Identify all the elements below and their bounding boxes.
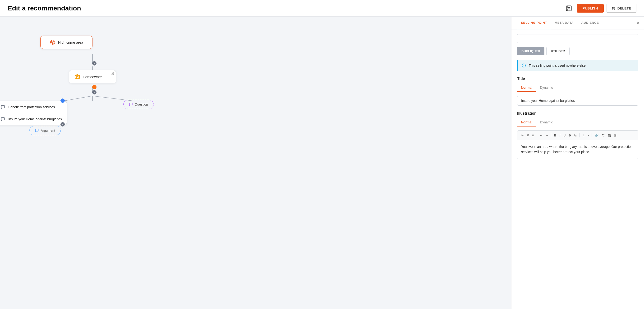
header-actions: PUBLISH DELETE: [564, 3, 636, 14]
save-button[interactable]: [564, 3, 574, 14]
toolbar-unordered-list[interactable]: •: [586, 132, 590, 138]
selling-point-dropdown[interactable]: [517, 34, 638, 43]
flow-connections: [0, 17, 511, 309]
svg-point-8: [50, 40, 55, 44]
illustration-section: Illustration Normal Dynamic ✂ ⧉ ⧇ ↩ ↪: [517, 111, 638, 159]
node-high-crime[interactable]: High crime area: [40, 36, 92, 49]
node-argument[interactable]: Argument: [30, 126, 61, 135]
info-message: This selling point is used nowhere else.: [529, 64, 586, 67]
info-icon: [522, 63, 526, 68]
argument-label: Argument: [41, 129, 55, 132]
main-layout: High crime area − Homeowner: [0, 17, 644, 309]
toolbar-strikethrough[interactable]: S: [567, 133, 572, 138]
svg-rect-11: [75, 76, 80, 79]
svg-point-9: [52, 41, 54, 44]
insure-label: Insure your Home against burglaries: [8, 117, 62, 121]
benefit-icon: [0, 104, 6, 110]
connector-minus-3[interactable]: −: [60, 122, 65, 127]
dropdown-row: [517, 34, 638, 43]
homeowner-label: Homeowner: [83, 75, 102, 79]
editor-toolbar: ✂ ⧉ ⧇ ↩ ↪ B I U S Tx: [517, 130, 638, 140]
svg-line-4: [64, 96, 92, 101]
homeowner-icon: [74, 74, 80, 80]
editor-text: You live in an area where the burglary r…: [521, 145, 632, 154]
connector-minus-1[interactable]: −: [92, 61, 96, 66]
toolbar-divider-4: [592, 133, 592, 137]
toolbar-group-list: 1. •: [581, 132, 590, 138]
connector-orange[interactable]: [92, 85, 96, 89]
node-question[interactable]: Question: [123, 100, 154, 109]
action-buttons: DUPLIQUER UTILISER: [517, 47, 638, 55]
target-icon: [50, 39, 56, 45]
benefit-item[interactable]: Benefit from protection services: [0, 101, 67, 113]
edit-icon: [111, 72, 114, 76]
node-homeowner[interactable]: Homeowner: [69, 70, 116, 83]
toolbar-undo[interactable]: ↩: [538, 133, 544, 138]
tab-audience[interactable]: AUDIENCE: [577, 17, 602, 29]
connector-blue[interactable]: [60, 99, 65, 103]
toolbar-cut[interactable]: ✂: [520, 133, 525, 138]
toolbar-ordered-list[interactable]: 1.: [581, 133, 586, 138]
toolbar-divider-3: [579, 133, 580, 137]
panel-body: DUPLIQUER UTILISER This selling point is…: [512, 30, 644, 309]
insure-item[interactable]: Insure your Home against burglaries: [0, 113, 67, 125]
toolbar-group-format: B I U S Tx: [553, 132, 578, 138]
toolbar-redo[interactable]: ↪: [544, 133, 550, 138]
toolbar-group-history: ↩ ↪: [538, 133, 550, 138]
connector-minus-2[interactable]: −: [92, 90, 96, 95]
svg-rect-0: [566, 6, 571, 11]
question-label: Question: [135, 103, 148, 106]
illustration-section-label: Illustration: [517, 111, 638, 116]
toolbar-unlink[interactable]: ⛓: [600, 133, 606, 138]
title-toggle-row: Normal Dynamic: [517, 84, 638, 92]
toolbar-underline[interactable]: U: [562, 133, 567, 138]
delete-button[interactable]: DELETE: [606, 4, 636, 13]
illustration-toggle-normal[interactable]: Normal: [517, 118, 536, 127]
toolbar-divider-2: [551, 133, 551, 137]
toolbar-group-clipboard: ✂ ⧉ ⧇: [520, 132, 536, 138]
toolbar-bold[interactable]: B: [553, 133, 558, 138]
toolbar-link[interactable]: 🔗: [593, 133, 600, 138]
title-section: Title Normal Dynamic: [517, 77, 638, 111]
page-title: Edit a recommendation: [8, 5, 81, 12]
info-banner: This selling point is used nowhere else.: [517, 60, 638, 71]
toolbar-table[interactable]: ⊞: [612, 133, 618, 138]
tab-meta-data[interactable]: META DATA: [551, 17, 577, 29]
toolbar-divider-1: [537, 133, 537, 137]
high-crime-label: High crime area: [58, 40, 83, 44]
right-panel: SELLING POINT META DATA AUDIENCE × DUPLI…: [511, 17, 644, 309]
header: Edit a recommendation PUBLISH DELETE: [0, 0, 644, 17]
insure-icon: [0, 116, 6, 122]
dupliquer-button[interactable]: DUPLIQUER: [517, 47, 544, 55]
panel-tabs: SELLING POINT META DATA AUDIENCE ×: [512, 17, 644, 30]
illustration-toggle-row: Normal Dynamic: [517, 118, 638, 127]
utiliser-button[interactable]: UTILISER: [546, 47, 569, 55]
illustration-toggle-dynamic[interactable]: Dynamic: [536, 118, 556, 127]
benefit-label: Benefit from protection services: [8, 105, 55, 109]
panel-close-button[interactable]: ×: [636, 20, 639, 26]
toolbar-italic[interactable]: I: [558, 133, 562, 138]
flow-canvas[interactable]: High crime area − Homeowner: [0, 17, 511, 309]
toolbar-copy[interactable]: ⧉: [526, 132, 530, 138]
title-input[interactable]: [517, 96, 638, 106]
toolbar-image[interactable]: 🖼: [606, 133, 612, 138]
editor-content[interactable]: You live in an area where the burglary r…: [517, 140, 638, 159]
title-section-label: Title: [517, 77, 638, 81]
publish-button[interactable]: PUBLISH: [577, 4, 604, 13]
tab-selling-point[interactable]: SELLING POINT: [517, 17, 551, 29]
toolbar-group-link: 🔗 ⛓ 🖼 ⊞: [593, 133, 618, 138]
node-group[interactable]: Benefit from protection services Insure …: [0, 101, 67, 125]
title-toggle-normal[interactable]: Normal: [517, 84, 536, 92]
toolbar-clear-format[interactable]: Tx: [572, 132, 578, 138]
svg-point-10: [52, 42, 53, 43]
title-toggle-dynamic[interactable]: Dynamic: [536, 84, 556, 92]
toolbar-paste[interactable]: ⧇: [531, 132, 536, 138]
